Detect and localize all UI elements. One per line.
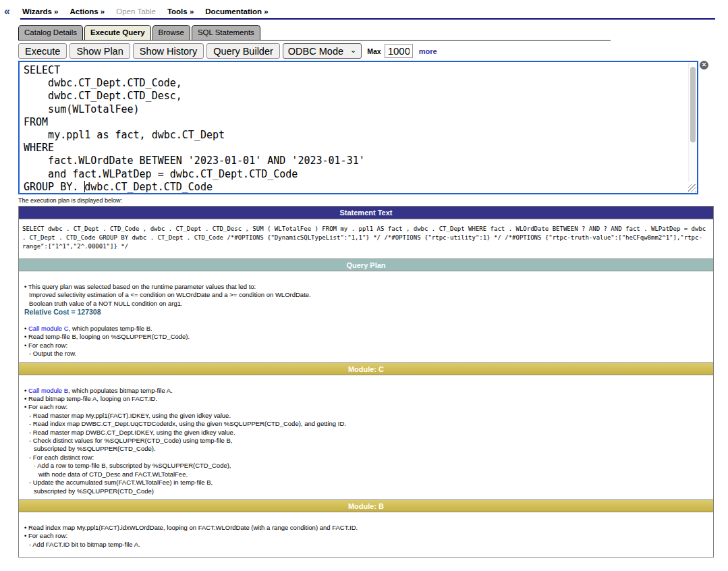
statement-text-header: Statement Text [19,207,713,219]
sql-text: SELECT dwbc.CT_Dept.CTD_Code, dwbc.CT_De… [20,62,697,196]
plan-line: - Output the row. [22,350,710,358]
tab-execute-query[interactable]: Execute Query [84,25,151,40]
query-builder-button[interactable]: Query Builder [206,43,280,59]
menu-documentation[interactable]: Documentation » [205,7,268,16]
menu-bar: « Wizards » Actions » Open Table Tools »… [4,5,280,18]
plan-line: - Read master map My.ppl1(FACT).IDKEY, u… [22,412,710,420]
close-icon[interactable]: ✕ [700,61,708,70]
show-plan-button[interactable]: Show Plan [69,43,130,59]
plan-line: subscripted by %SQLUPPER(CTD_Code) [22,487,710,495]
menu-actions[interactable]: Actions » [70,7,105,16]
menu-divider [20,18,715,20]
query-plan-header: Query Plan [19,259,713,271]
plan-line: • For each row: [22,403,710,411]
query-toolbar: Execute Show Plan Show History Query Bui… [18,43,437,59]
plan-line: • This query plan was selected based on … [22,283,710,291]
plan-line: Boolean truth value of a NOT NULL condit… [22,300,710,308]
editor-scrollbar[interactable] [688,63,696,182]
module-c-body: • Call module B, which populates bitmap … [19,375,713,499]
plan-line: • Read index map My.ppl1(FACT).idxWLOrdD… [22,524,710,532]
plan-line: with node data of CTD_Desc and FACT.WLTo… [22,470,710,479]
plan-line: Relative Cost = 127308 [22,308,710,316]
plan-line: - Read master map DWBC.CT_Dept.IDKEY, us… [22,429,710,437]
tab-catalog-details[interactable]: Catalog Details [18,25,83,40]
module-b-header: Module: B [19,499,713,512]
chevron-down-icon: ⌄ [350,46,356,55]
execution-plan-table: Statement Text SELECT dwbc . CT_Dept . C… [18,206,714,558]
plan-line: • Call module B, which populates bitmap … [22,387,710,395]
menu-tools[interactable]: Tools » [167,7,194,16]
tab-browse[interactable]: Browse [152,25,190,40]
menu-wizards[interactable]: Wizards » [22,7,59,16]
module-b-body: • Read index map My.ppl1(FACT).idxWLOrdD… [19,512,713,557]
plan-line: • Call module C, which populates temp-fi… [22,325,710,333]
tab-sql-statements[interactable]: SQL Statements [192,25,260,40]
plan-line: - Read index map DWBC.CT_Dept.UqCTDCodeI… [22,420,710,428]
resize-handle-icon[interactable] [688,184,696,192]
plan-line: subscripted by %SQLUPPER(CTD_Code). [22,445,710,453]
plan-line: • Read temp-file B, looping on %SQLUPPER… [22,333,710,341]
execute-button[interactable]: Execute [18,43,67,59]
query-plan-body: • This query plan was selected based on … [19,271,713,362]
plan-note: The execution plan is displayed below: [18,197,122,204]
call-module-link[interactable]: Call module B [28,387,68,394]
plan-line: - Check distinct values for %SQLUPPER(CT… [22,437,710,445]
plan-line-spacer [22,317,710,325]
plan-line: • Read bitmap temp-file A, looping on FA… [22,395,710,403]
max-label: Max [367,47,381,55]
main-menu: Wizards » Actions » Open Table Tools » D… [22,7,280,16]
plan-line: - Update the accumulated sum(FACT.WLTota… [22,479,710,487]
menu-open-table: Open Table [116,7,156,16]
more-link[interactable]: more [419,47,437,55]
plan-line: • For each row: [22,532,710,540]
statement-text: SELECT dwbc . CT_Dept . CTD_Code , dwbc … [19,219,713,259]
plan-line: - Add FACT.ID bit to bitmap temp-file A. [22,541,710,549]
module-c-header: Module: C [19,362,713,375]
odbc-mode-select[interactable]: ODBC Mode ⌄ [283,43,362,59]
plan-line: Improved selectivity estimation of a <= … [22,291,710,299]
plan-line: · Add a row to temp-file B, subscripted … [22,462,710,470]
scrollbar-thumb[interactable] [690,67,696,142]
plan-line: • For each row: [22,342,710,350]
show-history-button[interactable]: Show History [133,43,204,59]
sql-editor[interactable]: SELECT dwbc.CT_Dept.CTD_Code, dwbc.CT_De… [18,61,698,194]
odbc-mode-value: ODBC Mode [288,46,343,57]
plan-line: - For each distinct row: [22,454,710,462]
call-module-link[interactable]: Call module C [28,325,69,332]
max-rows-input[interactable] [385,44,413,58]
collapse-sidebar-icon[interactable]: « [4,5,9,18]
text-caret [84,181,85,192]
tab-bar: Catalog Details Execute Query Browse SQL… [18,25,611,40]
